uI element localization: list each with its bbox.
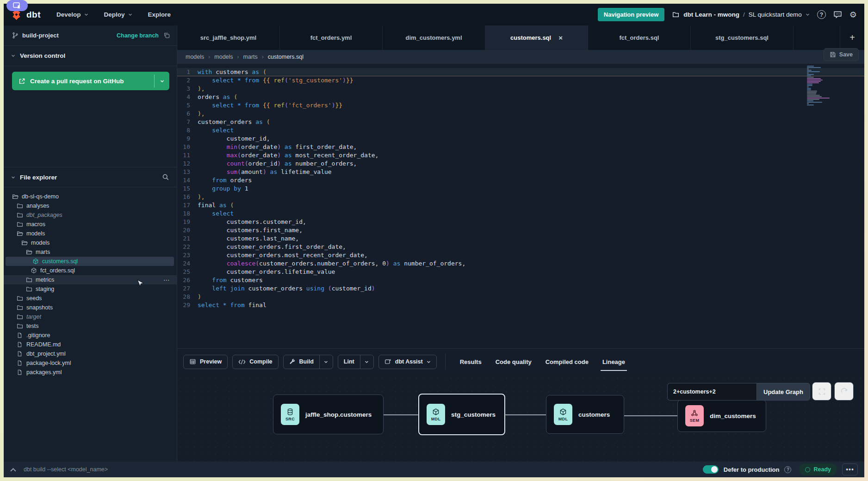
close-tab-icon[interactable]: × xyxy=(558,34,563,42)
tree-item-seeds[interactable]: seeds xyxy=(4,294,177,303)
search-icon[interactable] xyxy=(162,173,169,181)
path-separator: / xyxy=(743,11,745,18)
code-text: customer_orders.lifetime_value xyxy=(198,268,335,276)
tree-item-tests[interactable]: tests xyxy=(4,321,177,331)
lineage-node-jaffle_shop.customers[interactable]: SRCjaffle_shop.customers xyxy=(273,395,384,434)
tree-item-label: dbt_project.yml xyxy=(26,351,66,357)
chevron-down-icon xyxy=(11,175,15,179)
line-number: 25 xyxy=(177,268,198,276)
tree-item-README.md[interactable]: README.md xyxy=(4,340,177,349)
update-graph-button[interactable]: Update Graph xyxy=(756,383,810,401)
minimap-line xyxy=(807,68,809,69)
lineage-node-customers[interactable]: MDLcustomers xyxy=(546,395,624,434)
breadcrumb-item[interactable]: models xyxy=(186,54,204,60)
tree-item-package-lock.yml[interactable]: package-lock.yml xyxy=(4,358,177,368)
expand-command-bar-button[interactable] xyxy=(10,468,16,472)
help-button[interactable]: ? xyxy=(817,10,826,19)
nav-menu-develop[interactable]: Develop xyxy=(56,11,88,18)
panel-tab-lineage[interactable]: Lineage xyxy=(602,349,625,375)
line-number: 20 xyxy=(177,226,198,234)
preview-button[interactable]: Preview xyxy=(183,355,228,369)
dbt-assist-button[interactable]: dbt Assist xyxy=(378,355,437,369)
tree-item-macros[interactable]: macros xyxy=(4,220,177,229)
tree-item-dbt_packages[interactable]: dbt_packages xyxy=(4,210,177,220)
line-number: 7 xyxy=(177,118,198,126)
settings-button[interactable]: ⚙ xyxy=(849,11,857,19)
feedback-button[interactable] xyxy=(833,11,842,18)
compile-button[interactable]: Compile xyxy=(232,355,278,369)
save-button[interactable]: Save xyxy=(824,48,859,61)
pr-dropdown-button[interactable] xyxy=(155,72,169,90)
code-line: 12 count(order_id) as number_of_orders, xyxy=(177,160,864,168)
lineage-node-stg_customers[interactable]: MDLstg_customers xyxy=(418,394,505,435)
status-bar: dbt build --select <model_name> Defer to… xyxy=(4,462,864,477)
lint-button[interactable]: Lint xyxy=(338,355,374,369)
tree-item-metrics[interactable]: metrics⋯ xyxy=(4,275,177,284)
tree-item-.gitignore[interactable]: .gitignore xyxy=(4,331,177,340)
fullscreen-button[interactable] xyxy=(812,382,831,401)
editor-tab-stg_customers.sql[interactable]: stg_customers.sql xyxy=(691,25,794,50)
navigation-preview-button[interactable]: Navigation preview xyxy=(598,8,664,21)
line-number: 13 xyxy=(177,168,198,176)
code-line: 24 coalesce(customer_orders.number_of_or… xyxy=(177,259,864,268)
tree-item-label: package-lock.yml xyxy=(26,360,71,366)
tree-item-label: customers.sql xyxy=(42,258,78,265)
refresh-button[interactable] xyxy=(834,382,854,401)
item-menu-button[interactable]: ⋯ xyxy=(163,276,170,284)
lineage-selector-input[interactable]: 2+customers+2 xyxy=(667,383,756,401)
minimap-line xyxy=(807,86,809,87)
build-button[interactable]: Build xyxy=(283,355,333,369)
breadcrumb-item[interactable]: marts xyxy=(243,54,258,60)
build-dropdown-button[interactable] xyxy=(320,355,333,369)
tree-item-marts[interactable]: marts xyxy=(4,247,177,257)
tree-item-analyses[interactable]: analyses xyxy=(4,201,177,210)
editor-tab-src_jaffle_shop.yml[interactable]: src_jaffle_shop.yml xyxy=(177,25,280,50)
breadcrumb-item[interactable]: models xyxy=(214,54,233,60)
tree-item-db-sl-qs-demo[interactable]: db-sl-qs-demo xyxy=(4,192,177,201)
status-badge[interactable]: Ready xyxy=(799,463,837,475)
tree-item-packages.yml[interactable]: packages.yml xyxy=(4,368,177,377)
new-tab-button[interactable]: + xyxy=(840,25,864,50)
info-icon[interactable]: ? xyxy=(784,466,791,473)
lineage-node-dim_customers[interactable]: SEMdim_customers xyxy=(677,400,766,432)
breadcrumb-item[interactable]: customers.sql xyxy=(268,54,304,60)
line-number: 26 xyxy=(177,276,198,284)
change-branch-link[interactable]: Change branch xyxy=(117,32,159,39)
code-editor[interactable]: 1with customers as (2 select * from {{ r… xyxy=(177,64,864,348)
line-number: 24 xyxy=(177,259,198,268)
lint-dropdown-button[interactable] xyxy=(360,355,373,369)
tree-item-label: .gitignore xyxy=(26,332,50,339)
file-explorer-header[interactable]: File explorer xyxy=(4,167,177,187)
editor-tab-customers.sql[interactable]: customers.sql× xyxy=(485,25,588,50)
tree-item-label: db-sl-qs-demo xyxy=(22,193,59,200)
line-number: 17 xyxy=(177,201,198,210)
tree-item-customers.sql[interactable]: customers.sql xyxy=(6,257,174,266)
tree-item-snapshots[interactable]: snapshots xyxy=(4,303,177,312)
panel-tab-code-quality[interactable]: Code quality xyxy=(496,349,532,375)
defer-toggle[interactable] xyxy=(703,465,719,474)
tree-item-staging[interactable]: staging xyxy=(4,284,177,294)
project-breadcrumb[interactable]: dbt Learn - mwong / SL quickstart demo xyxy=(672,11,810,18)
badge-label: SRC xyxy=(285,417,295,421)
fullscreen-icon xyxy=(818,388,826,395)
tree-item-models[interactable]: models xyxy=(4,238,177,247)
chevron-down-icon xyxy=(806,12,810,17)
copy-button[interactable] xyxy=(163,32,170,39)
create-pull-request-button[interactable]: Create a pull request on GitHub xyxy=(12,72,169,90)
nav-menu-deploy[interactable]: Deploy xyxy=(104,11,132,18)
panel-tab-compiled-code[interactable]: Compiled code xyxy=(546,349,589,375)
version-control-header[interactable]: Version control xyxy=(4,46,177,66)
more-options-button[interactable]: ••• xyxy=(842,463,858,475)
tree-item-fct_orders.sql[interactable]: fct_orders.sql xyxy=(4,266,177,275)
tree-item-dbt_project.yml[interactable]: dbt_project.yml xyxy=(4,349,177,358)
editor-tab-fct_orders.yml[interactable]: fct_orders.yml xyxy=(280,25,383,50)
minimap[interactable] xyxy=(807,66,834,105)
editor-tab-dim_customers.yml[interactable]: dim_customers.yml xyxy=(383,25,485,50)
command-input[interactable]: dbt build --select <model_name> xyxy=(24,466,108,473)
tree-item-target[interactable]: target xyxy=(4,312,177,321)
nav-menu-explore[interactable]: Explore xyxy=(148,11,171,18)
editor-tab-fct_orders.sql[interactable]: fct_orders.sql xyxy=(588,25,691,50)
tree-item-models[interactable]: models xyxy=(4,229,177,238)
panel-tab-results[interactable]: Results xyxy=(460,349,482,375)
pr-button-wrap: Create a pull request on GitHub xyxy=(4,66,177,90)
